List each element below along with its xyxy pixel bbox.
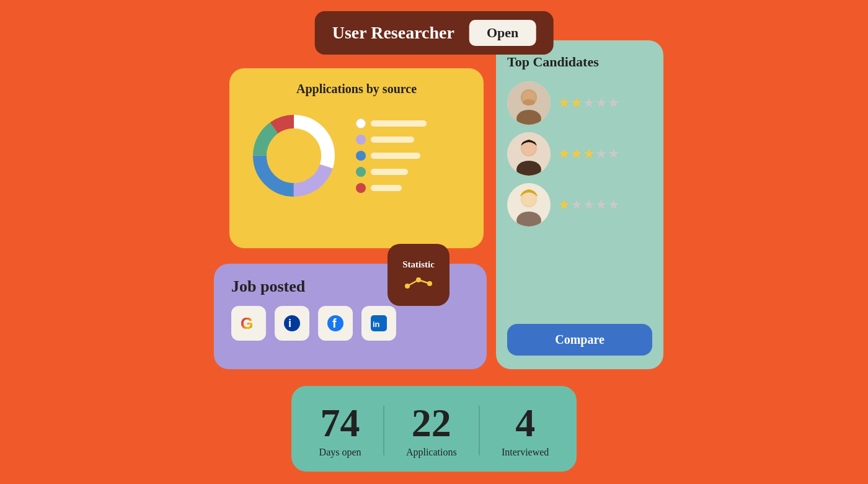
- svg-point-19: [522, 192, 536, 206]
- google-icon[interactable]: G G G: [231, 306, 266, 341]
- title-bar: User Researcher Open: [315, 11, 554, 55]
- candidate-avatar-1: [507, 81, 551, 125]
- donut-chart: [244, 106, 343, 205]
- legend-dot: [356, 151, 366, 161]
- legend-dot: [356, 119, 366, 128]
- app-source-title: Applications by source: [244, 82, 469, 96]
- applications-label: Applications: [406, 447, 457, 458]
- legend-bar: [371, 137, 414, 143]
- legend-item: [356, 151, 427, 161]
- candidate-row-1: ★★★★★: [507, 81, 652, 125]
- candidate-row-2: ★★★★★: [507, 132, 652, 176]
- legend-item: [356, 167, 427, 177]
- chart-area: [244, 106, 469, 205]
- legend-item: [356, 183, 427, 193]
- candidate-avatar-2: [507, 132, 551, 176]
- stat-divider-1: [383, 406, 384, 455]
- svg-point-15: [522, 141, 536, 155]
- svg-point-11: [523, 99, 535, 105]
- legend-dot: [356, 183, 366, 193]
- job-platforms: G G G i: [231, 306, 469, 341]
- stat-days-open: 74 Days open: [319, 403, 361, 458]
- statistic-button[interactable]: Statistic: [388, 244, 450, 306]
- svg-text:f: f: [332, 316, 337, 330]
- top-candidates-card: Top Candidates ★★★★★: [496, 40, 663, 369]
- indeed-icon[interactable]: i: [275, 306, 309, 341]
- svg-text:G: G: [241, 314, 253, 333]
- legend-bar: [371, 153, 420, 159]
- interviewed-label: Interviewed: [502, 447, 549, 458]
- statistic-chart-icon: [404, 274, 433, 291]
- legend-dot: [356, 167, 366, 177]
- svg-text:in: in: [373, 320, 380, 329]
- status-badge: Open: [469, 20, 536, 46]
- stat-applications: 22 Applications: [406, 403, 457, 458]
- candidate-3-stars: ★★★★★: [558, 197, 620, 213]
- legend-bar: [371, 120, 427, 127]
- interviewed-number: 4: [515, 403, 535, 443]
- job-title: User Researcher: [332, 23, 454, 43]
- legend-item: [356, 119, 427, 128]
- stat-divider-2: [479, 406, 480, 455]
- svg-point-23: [284, 315, 300, 331]
- linkedin-icon[interactable]: in: [361, 306, 396, 341]
- legend-dot: [356, 135, 366, 145]
- applications-number: 22: [412, 403, 451, 443]
- svg-line-32: [407, 280, 418, 286]
- svg-text:i: i: [288, 317, 291, 329]
- svg-line-33: [418, 280, 430, 284]
- app-source-card: Applications by source: [229, 68, 484, 248]
- days-open-label: Days open: [319, 447, 361, 458]
- facebook-icon[interactable]: f: [318, 306, 353, 341]
- compare-button[interactable]: Compare: [507, 324, 652, 356]
- chart-legend: [356, 119, 427, 193]
- stat-interviewed: 4 Interviewed: [502, 403, 549, 458]
- top-candidates-title: Top Candidates: [507, 54, 652, 70]
- candidate-row-3: ★★★★★: [507, 183, 652, 226]
- candidate-1-stars: ★★★★★: [558, 95, 620, 111]
- legend-item: [356, 135, 427, 145]
- legend-bar: [371, 185, 402, 191]
- days-open-number: 74: [321, 403, 360, 443]
- candidate-avatar-3: [507, 183, 551, 226]
- candidate-2-stars: ★★★★★: [558, 146, 620, 162]
- legend-bar: [371, 169, 408, 175]
- svg-point-6: [267, 128, 321, 183]
- statistic-label: Statistic: [402, 259, 435, 270]
- stats-bar: 74 Days open 22 Applications 4 Interview…: [291, 386, 577, 472]
